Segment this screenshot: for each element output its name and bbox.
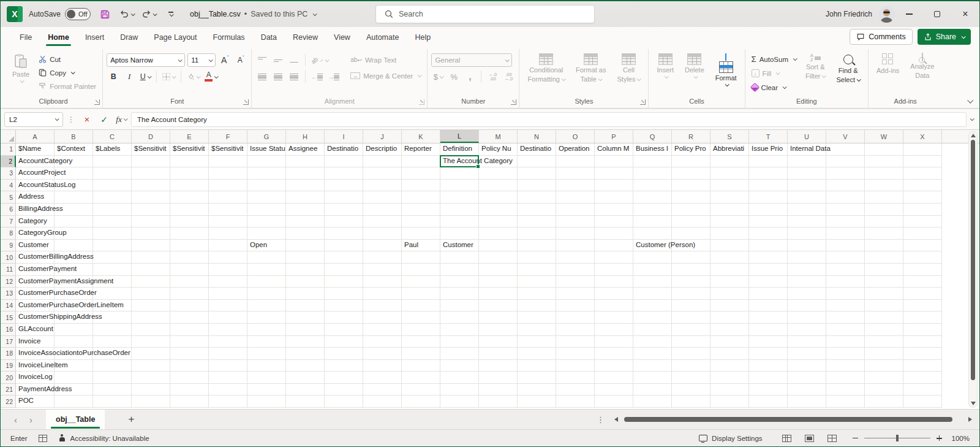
cell-J20[interactable] [363,372,402,384]
cell-P12[interactable] [595,276,633,288]
save-button[interactable] [97,6,113,22]
cell-U21[interactable] [788,384,826,396]
cell-K2[interactable] [402,156,440,168]
cell-A18[interactable]: InvoiceAssociationtoPurchaseOrder [16,348,55,360]
cell-U14[interactable] [788,300,826,312]
maximize-button[interactable] [923,1,951,27]
row-header-15[interactable]: 15 [1,311,16,324]
font-size-select[interactable]: 11 [187,53,216,67]
cell-U5[interactable] [788,191,826,204]
cell-B1[interactable]: $Context [55,143,93,156]
cell-X8[interactable] [903,227,942,240]
cell-H15[interactable] [286,311,325,324]
cell-G9[interactable]: Open [247,240,286,252]
cell-L21[interactable] [440,384,479,396]
cell-W14[interactable] [865,300,903,312]
cell-U13[interactable] [788,288,826,300]
cell-D3[interactable] [132,167,170,180]
cell-Q19[interactable] [633,360,672,372]
cell-O17[interactable] [556,336,595,348]
cell-R14[interactable] [672,300,710,312]
cell-H12[interactable] [286,276,325,288]
cell-N18[interactable] [518,348,556,360]
cell-L4[interactable] [440,180,479,192]
cell-P9[interactable] [595,240,633,252]
cell-S16[interactable] [710,324,749,336]
cell-W20[interactable] [865,372,903,384]
cell-K22[interactable] [402,395,440,408]
cell-A17[interactable]: Invoice [16,336,55,348]
minimize-button[interactable] [895,1,923,27]
cell-K5[interactable] [402,191,440,204]
column-header-H[interactable]: H [286,130,325,143]
cell-G5[interactable] [247,191,286,204]
cell-O20[interactable] [556,372,595,384]
cell-A5[interactable]: Address [16,191,55,204]
cell-H2[interactable] [286,156,325,168]
cell-K20[interactable] [402,372,440,384]
format-cells-button[interactable]: Format [711,50,741,88]
clear-button[interactable]: Clear [749,81,799,94]
cell-G13[interactable] [247,288,286,300]
cell-Q9[interactable]: Customer (Person) [633,240,672,252]
decrease-indent-button[interactable]: ← [310,70,324,83]
cell-P15[interactable] [595,311,633,324]
cell-H5[interactable] [286,191,325,204]
cell-L3[interactable] [440,167,479,180]
zoom-slider-thumb[interactable] [896,435,899,441]
column-header-G[interactable]: G [247,130,286,143]
scroll-left-icon[interactable] [614,417,618,422]
cell-T3[interactable] [749,167,788,180]
cell-Q3[interactable] [633,167,672,180]
cell-L22[interactable] [440,395,479,408]
cell-I22[interactable] [325,395,363,408]
cell-S4[interactable] [710,180,749,192]
cell-K4[interactable] [402,180,440,192]
cell-S9[interactable] [710,240,749,252]
cell-F21[interactable] [209,384,247,396]
ribbon-tab-home[interactable]: Home [40,27,77,48]
cell-V15[interactable] [826,311,865,324]
cell-I4[interactable] [325,180,363,192]
cell-O7[interactable] [556,216,595,228]
cell-V13[interactable] [826,288,865,300]
cell-K9[interactable]: Paul [402,240,440,252]
cell-F12[interactable] [209,276,247,288]
cell-W10[interactable] [865,251,903,264]
cell-E18[interactable] [170,348,209,360]
cell-C11[interactable] [93,264,132,276]
cell-S8[interactable] [710,227,749,240]
cell-L10[interactable] [440,251,479,264]
accessibility-status[interactable]: Accessibility: Unavailable [58,434,149,442]
cell-K13[interactable] [402,288,440,300]
cell-C19[interactable] [93,360,132,372]
cell-Q5[interactable] [633,191,672,204]
cell-D16[interactable] [132,324,170,336]
confirm-entry-button[interactable]: ✓ [97,112,111,127]
cell-D8[interactable] [132,227,170,240]
cell-I11[interactable] [325,264,363,276]
column-header-A[interactable]: A [16,130,55,143]
insert-cells-button[interactable]: Insert [652,50,678,80]
cell-X17[interactable] [903,336,942,348]
cell-U18[interactable] [788,348,826,360]
cell-V16[interactable] [826,324,865,336]
horizontal-scrollbar[interactable]: ⋮ [597,413,972,426]
borders-button[interactable] [161,70,176,83]
cell-M7[interactable] [479,216,518,228]
cell-A22[interactable]: POC [16,395,55,408]
tab-options-icon[interactable]: ⋮ [597,415,605,424]
cell-R10[interactable] [672,251,710,264]
row-header-1[interactable]: 1 [1,143,16,156]
cell-I20[interactable] [325,372,363,384]
cell-O6[interactable] [556,204,595,216]
cell-F5[interactable] [209,191,247,204]
comma-style-button[interactable]: , [463,70,477,83]
cell-M1[interactable]: Policy Nu [479,143,518,156]
cell-X10[interactable] [903,251,942,264]
cell-W17[interactable] [865,336,903,348]
cell-S20[interactable] [710,372,749,384]
cell-E1[interactable]: $Sensitivit [170,143,209,156]
cell-E7[interactable] [170,216,209,228]
cell-F20[interactable] [209,372,247,384]
